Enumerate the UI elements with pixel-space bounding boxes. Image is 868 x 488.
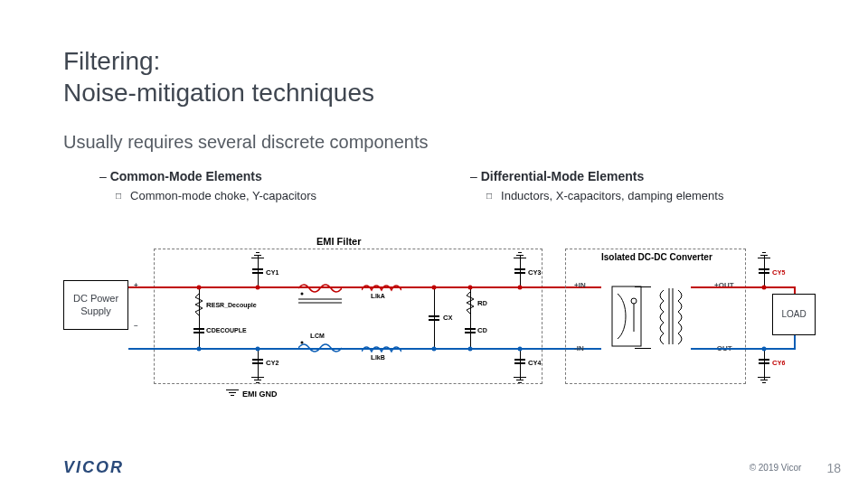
label-llkb: LlkB bbox=[371, 353, 385, 361]
node-cy4 bbox=[518, 347, 523, 352]
switch-icon bbox=[610, 285, 643, 348]
svg-point-2 bbox=[301, 293, 304, 296]
vicor-logo: VICOR bbox=[63, 458, 124, 477]
node-dec-bot bbox=[197, 347, 202, 352]
label-cy2: CY2 bbox=[266, 359, 278, 367]
col-head-cm: Common-Mode Elements bbox=[99, 169, 434, 183]
gnd-cy6-icon bbox=[758, 377, 770, 386]
title-line2: Noise-mitigation techniques bbox=[63, 79, 374, 107]
node-cx-top bbox=[432, 286, 437, 290]
iso-conv-label: Isolated DC-DC Converter bbox=[601, 252, 712, 262]
svg-point-5 bbox=[631, 298, 637, 304]
label-cy5: CY5 bbox=[772, 268, 785, 277]
pin-nin: -IN bbox=[574, 344, 584, 352]
slide-title: Filtering: Noise-mitigation techniques bbox=[63, 45, 805, 108]
label-cy1: CY1 bbox=[266, 268, 278, 277]
label-llka: LlkA bbox=[371, 292, 385, 300]
column-diff-mode: Differential-Mode Elements Inductors, X-… bbox=[470, 169, 805, 202]
ind-llkb-icon bbox=[362, 343, 401, 353]
label-lcm: LCM bbox=[310, 332, 325, 340]
emi-filter-label: EMI Filter bbox=[316, 236, 362, 247]
emi-filter-diagram: DC Power Supply + – EMI Filter CY1 CY2 R… bbox=[63, 249, 805, 411]
slide-footer: VICOR © 2019 Vicor 18 bbox=[63, 458, 841, 477]
cap-cdec-icon bbox=[193, 324, 204, 337]
bullet-columns: Common-Mode Elements Common-mode choke, … bbox=[99, 169, 805, 202]
node-rd-top bbox=[468, 286, 473, 290]
label-cdec: CDECOUPLE bbox=[206, 326, 247, 334]
wire-load-hb bbox=[764, 348, 796, 350]
gnd-cy2-icon bbox=[251, 377, 264, 386]
cap-cy2-icon bbox=[252, 355, 263, 368]
wire-load-ht bbox=[764, 286, 796, 288]
emi-gnd-label: EMI GND bbox=[242, 389, 278, 399]
label-cy3: CY3 bbox=[528, 268, 541, 277]
resistor-resb-icon bbox=[195, 294, 203, 317]
wire-out-neg bbox=[691, 348, 772, 350]
label-rd: RD bbox=[477, 299, 487, 307]
label-cx: CX bbox=[443, 314, 452, 322]
column-common-mode: Common-Mode Elements Common-mode choke, … bbox=[99, 169, 434, 202]
label-resb: RESR_Decouple bbox=[206, 301, 257, 309]
svg-point-3 bbox=[301, 342, 304, 344]
label-cy6: CY6 bbox=[772, 359, 785, 367]
cap-cy1-icon bbox=[252, 265, 263, 277]
gnd-cy5-icon bbox=[758, 249, 770, 258]
title-line1: Filtering: bbox=[63, 47, 160, 75]
wire-conv-bot bbox=[635, 348, 651, 349]
dc-power-supply-box: DC Power Supply bbox=[63, 280, 128, 330]
transformer-icon bbox=[651, 285, 691, 348]
pin-pin: +IN bbox=[574, 281, 586, 289]
minus-label: – bbox=[134, 321, 137, 329]
label-cd: CD bbox=[477, 326, 487, 334]
gnd-cy1-icon bbox=[251, 249, 264, 258]
node-cy3 bbox=[518, 286, 523, 290]
cap-cy5-icon bbox=[759, 265, 769, 277]
cap-cx-icon bbox=[429, 312, 439, 324]
node-cy2 bbox=[256, 347, 260, 352]
load-label: LOAD bbox=[781, 309, 806, 320]
node-cx-bot bbox=[432, 347, 437, 352]
page-number: 18 bbox=[826, 461, 841, 475]
emi-filter-region bbox=[154, 249, 542, 384]
node-cy1 bbox=[256, 286, 260, 290]
wire-conv-top bbox=[635, 286, 651, 287]
gnd-cy4-icon bbox=[514, 377, 526, 386]
choke-lcm-icon bbox=[298, 283, 342, 353]
slide-subtitle: Usually requires several discrete compon… bbox=[63, 132, 805, 153]
wire-out-pos bbox=[691, 286, 772, 288]
cap-cd-icon bbox=[465, 324, 476, 337]
load-box: LOAD bbox=[772, 294, 816, 335]
cap-cy6-icon bbox=[759, 355, 769, 368]
dc-power-supply-label: DC Power Supply bbox=[64, 293, 127, 316]
wire-load-bot bbox=[794, 335, 796, 349]
ind-llka-icon bbox=[362, 281, 401, 292]
label-cy4: CY4 bbox=[528, 359, 541, 367]
svg-rect-4 bbox=[612, 286, 641, 346]
node-rd-bot bbox=[468, 347, 473, 352]
node-dec-top bbox=[197, 286, 202, 290]
cap-cy4-icon bbox=[514, 355, 525, 368]
gnd-cy3-icon bbox=[514, 249, 526, 258]
cap-cy3-icon bbox=[514, 265, 525, 277]
col-item-cm: Common-mode choke, Y-capacitors bbox=[116, 189, 434, 202]
resistor-rd-icon bbox=[467, 292, 474, 315]
copyright-text: © 2019 Vicor bbox=[750, 463, 802, 473]
gnd-emi-icon bbox=[226, 389, 239, 399]
col-item-dm: Inductors, X-capacitors, damping element… bbox=[486, 189, 805, 202]
col-head-dm: Differential-Mode Elements bbox=[470, 169, 805, 183]
